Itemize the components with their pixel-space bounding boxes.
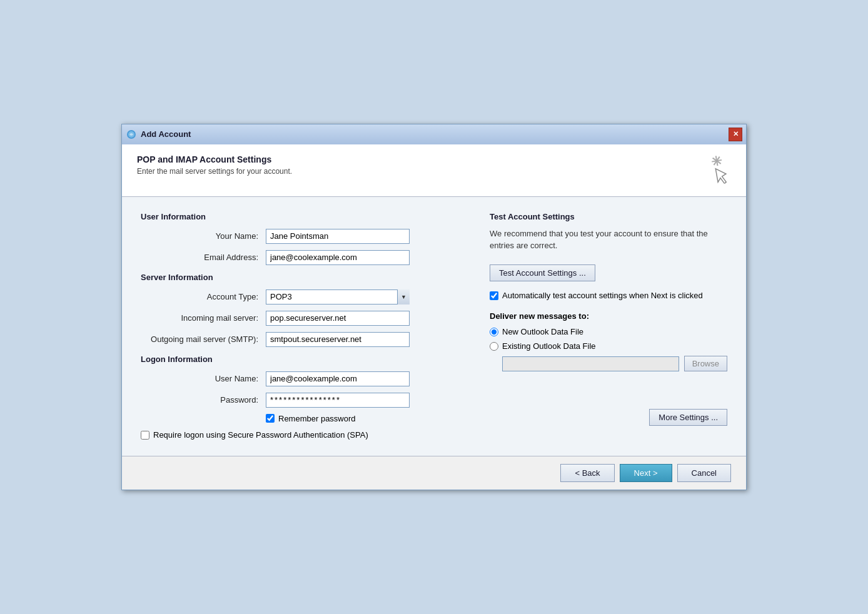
incoming-server-input[interactable] bbox=[266, 311, 410, 326]
new-outlook-radio-row: New Outlook Data File bbox=[490, 327, 727, 336]
existing-outlook-label: Existing Outlook Data File bbox=[502, 341, 596, 351]
password-input[interactable] bbox=[266, 393, 410, 408]
auto-test-row: Automatically test account settings when… bbox=[490, 290, 727, 301]
left-panel: User Information Your Name: Email Addres… bbox=[141, 212, 465, 441]
logon-heading: Logon Information bbox=[141, 355, 465, 364]
title-bar: Add Account ✕ bbox=[122, 124, 746, 144]
footer: < Back Next > Cancel bbox=[122, 456, 746, 490]
spa-checkbox[interactable] bbox=[141, 431, 149, 440]
remember-password-row: Remember password bbox=[141, 414, 465, 423]
test-account-settings-button[interactable]: Test Account Settings ... bbox=[490, 264, 595, 281]
outgoing-server-row: Outgoing mail server (SMTP): bbox=[141, 332, 465, 347]
header-section: POP and IMAP Account Settings Enter the … bbox=[122, 144, 746, 197]
password-row: Password: bbox=[141, 393, 465, 408]
header-title: POP and IMAP Account Settings bbox=[137, 154, 292, 164]
email-address-label: Email Address: bbox=[141, 253, 266, 262]
outgoing-server-label: Outgoing mail server (SMTP): bbox=[141, 335, 266, 344]
incoming-server-label: Incoming mail server: bbox=[141, 313, 266, 323]
account-type-label: Account Type: bbox=[141, 292, 266, 301]
outgoing-server-input[interactable] bbox=[266, 332, 410, 347]
new-outlook-label: New Outlook Data File bbox=[502, 327, 583, 336]
add-account-window: Add Account ✕ POP and IMAP Account Setti… bbox=[121, 124, 747, 490]
back-button[interactable]: < Back bbox=[560, 464, 614, 482]
spa-row: Require logon using Secure Password Auth… bbox=[141, 430, 465, 441]
cursor-icon bbox=[704, 153, 734, 189]
window-icon bbox=[126, 129, 137, 140]
username-label: User Name: bbox=[141, 374, 266, 383]
test-account-description: We recommend that you test your account … bbox=[490, 228, 727, 252]
header-text: POP and IMAP Account Settings Enter the … bbox=[137, 154, 292, 176]
auto-test-label: Automatically test account settings when… bbox=[502, 290, 703, 301]
new-outlook-radio[interactable] bbox=[490, 328, 498, 336]
auto-test-checkbox[interactable] bbox=[490, 291, 498, 300]
header-subtitle: Enter the mail server settings for your … bbox=[137, 167, 292, 176]
more-settings-row: More Settings ... bbox=[490, 409, 727, 426]
password-label: Password: bbox=[141, 395, 266, 405]
account-type-select-wrapper: POP3 IMAP ▼ bbox=[266, 289, 410, 304]
browse-button[interactable]: Browse bbox=[684, 356, 727, 371]
test-account-heading: Test Account Settings bbox=[490, 212, 727, 221]
incoming-server-row: Incoming mail server: bbox=[141, 311, 465, 326]
user-info-heading: User Information bbox=[141, 212, 465, 221]
file-path-input[interactable] bbox=[502, 356, 679, 371]
email-address-input[interactable] bbox=[266, 250, 410, 265]
right-panel: Test Account Settings We recommend that … bbox=[490, 212, 727, 441]
remember-password-checkbox[interactable] bbox=[266, 414, 275, 423]
username-row: User Name: bbox=[141, 371, 465, 386]
account-type-select[interactable]: POP3 IMAP bbox=[266, 289, 410, 304]
username-input[interactable] bbox=[266, 371, 410, 386]
server-info-heading: Server Information bbox=[141, 273, 465, 282]
svg-marker-6 bbox=[715, 167, 727, 184]
email-address-row: Email Address: bbox=[141, 250, 465, 265]
file-path-row: Browse bbox=[490, 356, 727, 371]
your-name-label: Your Name: bbox=[141, 231, 266, 241]
your-name-row: Your Name: bbox=[141, 229, 465, 244]
account-type-row: Account Type: POP3 IMAP ▼ bbox=[141, 289, 465, 304]
close-button[interactable]: ✕ bbox=[729, 128, 742, 141]
existing-outlook-radio[interactable] bbox=[490, 342, 498, 351]
cancel-button[interactable]: Cancel bbox=[677, 464, 731, 482]
window-title: Add Account bbox=[141, 129, 191, 139]
spa-label: Require logon using Secure Password Auth… bbox=[153, 430, 368, 441]
your-name-input[interactable] bbox=[266, 229, 410, 244]
existing-outlook-radio-row: Existing Outlook Data File bbox=[490, 341, 727, 351]
main-content: User Information Your Name: Email Addres… bbox=[122, 197, 746, 456]
title-bar-left: Add Account bbox=[126, 129, 191, 140]
next-button[interactable]: Next > bbox=[620, 464, 672, 482]
deliver-heading: Deliver new messages to: bbox=[490, 311, 727, 321]
more-settings-button[interactable]: More Settings ... bbox=[649, 409, 727, 426]
remember-password-label: Remember password bbox=[278, 414, 356, 423]
